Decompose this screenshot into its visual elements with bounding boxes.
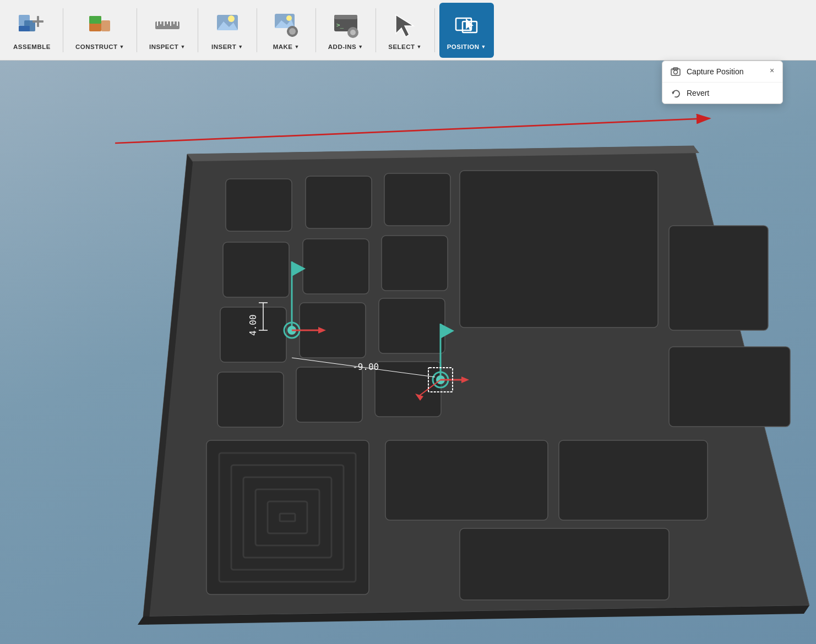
construct-icon: [85, 10, 115, 40]
separator-1: [63, 8, 63, 52]
svg-point-21: [286, 15, 292, 21]
svg-rect-6: [89, 16, 101, 24]
toolbar-position[interactable]: POSITION ▼: [439, 3, 494, 58]
svg-rect-42: [226, 179, 292, 231]
separator-2: [137, 8, 137, 52]
svg-rect-51: [217, 372, 284, 427]
capture-position-label: Capture Position: [687, 67, 744, 76]
inspect-label: INSPECT ▼: [149, 43, 186, 50]
toolbar-select[interactable]: SELECT ▼: [380, 3, 430, 58]
separator-6: [376, 8, 376, 52]
position-dropdown: × Capture Position Revert: [662, 61, 783, 104]
toolbar-assemble[interactable]: ASSEMBLE: [6, 3, 58, 58]
construct-label: CONSTRUCT ▼: [75, 43, 124, 50]
capture-position-item[interactable]: Capture Position: [662, 61, 782, 82]
svg-rect-2: [19, 26, 30, 31]
svg-point-32: [350, 30, 356, 35]
toolbar-inspect[interactable]: INSPECT ▼: [142, 3, 193, 58]
svg-rect-26: [287, 30, 289, 32]
svg-rect-50: [379, 298, 445, 353]
svg-rect-45: [223, 242, 289, 297]
insert-label: INSERT ▼: [211, 43, 243, 50]
toolbar-make[interactable]: MAKE ▼: [262, 3, 311, 58]
separator-7: [434, 8, 435, 52]
position-icon: [451, 10, 481, 40]
add-ins-icon: >_: [331, 10, 361, 40]
svg-point-18: [228, 15, 235, 22]
svg-rect-53: [375, 362, 441, 417]
svg-rect-44: [384, 173, 450, 226]
svg-rect-54: [460, 171, 658, 328]
svg-rect-4: [32, 20, 43, 23]
toolbar: ASSEMBLE CONSTRUCT ▼: [0, 0, 816, 61]
3d-board: 4.00 -9.00: [0, 61, 816, 644]
inspect-icon: [153, 10, 182, 40]
dropdown-close-button[interactable]: ×: [766, 64, 778, 77]
toolbar-construct[interactable]: CONSTRUCT ▼: [68, 3, 132, 58]
svg-marker-37: [466, 18, 474, 31]
svg-rect-29: [334, 15, 357, 19]
svg-rect-55: [669, 226, 768, 330]
svg-rect-63: [385, 440, 548, 520]
svg-marker-93: [672, 91, 674, 94]
separator-4: [257, 8, 257, 52]
assemble-label: ASSEMBLE: [13, 43, 51, 50]
svg-rect-65: [669, 347, 790, 427]
svg-rect-52: [296, 367, 362, 422]
svg-rect-10: [160, 21, 161, 24]
separator-3: [198, 8, 198, 52]
svg-rect-7: [101, 20, 110, 31]
svg-text:4.00: 4.00: [248, 314, 258, 336]
make-label: MAKE ▼: [273, 43, 300, 50]
viewport: 4.00 -9.00: [0, 61, 816, 644]
svg-point-23: [289, 28, 296, 35]
svg-text:>_: >_: [336, 21, 344, 29]
svg-rect-66: [460, 528, 669, 600]
svg-rect-9: [157, 21, 158, 26]
position-label: POSITION ▼: [447, 43, 486, 50]
svg-rect-12: [167, 21, 168, 24]
revert-label: Revert: [687, 89, 709, 97]
svg-rect-24: [291, 26, 293, 28]
add-ins-label: ADD-INS ▼: [328, 43, 363, 50]
svg-rect-47: [382, 236, 448, 291]
toolbar-add-ins[interactable]: >_ ADD-INS ▼: [320, 3, 371, 58]
svg-rect-27: [296, 30, 298, 32]
make-icon: [271, 10, 301, 40]
svg-text:-9.00: -9.00: [352, 362, 379, 372]
select-label: SELECT ▼: [388, 43, 422, 50]
svg-point-91: [674, 70, 678, 74]
assemble-icon: [17, 10, 47, 40]
svg-rect-25: [291, 35, 293, 37]
capture-position-icon: [670, 66, 681, 77]
revert-icon: [670, 88, 681, 99]
revert-item[interactable]: Revert: [662, 83, 782, 103]
insert-icon: [213, 10, 242, 40]
svg-rect-11: [164, 21, 165, 26]
svg-rect-15: [177, 21, 178, 26]
svg-rect-13: [170, 21, 171, 26]
select-icon: [390, 10, 420, 40]
svg-rect-43: [306, 176, 372, 228]
svg-rect-14: [173, 21, 175, 24]
toolbar-insert[interactable]: INSERT ▼: [203, 3, 252, 58]
svg-rect-46: [303, 239, 369, 294]
separator-5: [315, 8, 316, 52]
svg-rect-64: [559, 440, 708, 520]
